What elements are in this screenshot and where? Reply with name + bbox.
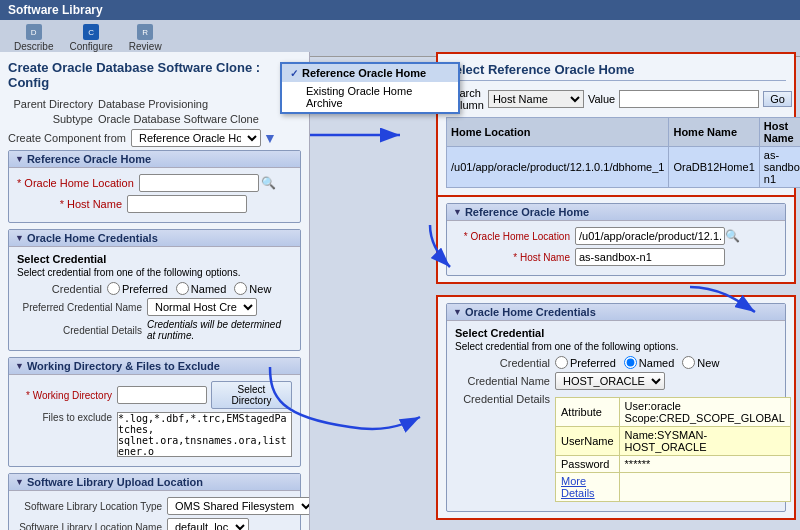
- left-panel: Create Oracle Database Software Clone : …: [0, 52, 310, 530]
- ref-home-table: Home Location Home Name Host Name /u01/a…: [446, 117, 800, 188]
- oracle-home-location-input[interactable]: [139, 174, 259, 192]
- new-radio[interactable]: [234, 282, 247, 295]
- software-library-section: ▼ Software Library Upload Location Softw…: [8, 473, 301, 530]
- named-radio-label[interactable]: Named: [176, 282, 226, 295]
- pref-cred-name-select[interactable]: Normal Host Credentials: [147, 298, 257, 316]
- create-component-dropdown-arrow[interactable]: ▼: [263, 130, 277, 146]
- credentials-section-header[interactable]: ▼ Oracle Home Credentials: [9, 230, 300, 247]
- creds-details-row: Credential Details Attribute User:oracle…: [455, 393, 777, 502]
- preferred-radio[interactable]: [107, 282, 120, 295]
- creds-overlay-header[interactable]: ▼ Oracle Home Credentials: [447, 304, 785, 321]
- ref-detail-arrow: ▼: [453, 207, 462, 217]
- location-name-row: Software Library Location Name default_l…: [17, 518, 292, 530]
- creds-name-row: Credential Name HOST_ORACLE: [455, 372, 777, 390]
- detail-oracle-home-input[interactable]: [575, 227, 725, 245]
- ref-section-header[interactable]: ▼ Reference Oracle Home: [9, 151, 300, 168]
- credentials-section-body: Select Credential Select credential from…: [9, 247, 300, 350]
- working-dir-label: * Working Directory: [17, 390, 117, 401]
- location-type-select[interactable]: OMS Shared Filesystem: [167, 497, 310, 515]
- tab-review[interactable]: R Review: [123, 22, 168, 54]
- table-row[interactable]: /u01/app/oracle/product/12.1.0.1/dbhome_…: [447, 147, 801, 188]
- credential-type-label: Credential: [17, 283, 107, 295]
- creds-overlay-select-label: Select Credential: [455, 327, 777, 339]
- detail-host-name-input[interactable]: [575, 248, 725, 266]
- preferred-radio-label[interactable]: Preferred: [107, 282, 168, 295]
- working-dir-input[interactable]: [117, 386, 207, 404]
- cell-username-label: UserName: [556, 427, 620, 456]
- creds-named-radio[interactable]: [624, 356, 637, 369]
- overlay-ref-detail: ▼ Reference Oracle Home * Oracle Home Lo…: [436, 195, 796, 284]
- table-row: Password ******: [556, 456, 791, 473]
- dropdown-item-archive[interactable]: Existing Oracle Home Archive: [282, 82, 458, 112]
- ref-section-body: * Oracle Home Location 🔍 * Host Name: [9, 168, 300, 222]
- select-credential-label: Select Credential: [17, 253, 292, 265]
- creds-name-select[interactable]: HOST_ORACLE: [555, 372, 665, 390]
- app-header: Software Library: [0, 0, 800, 20]
- creds-overlay-cred-label: Credential: [455, 357, 555, 369]
- oracle-home-location-label: * Oracle Home Location: [17, 177, 139, 189]
- files-label: Files to exclude: [17, 412, 117, 423]
- select-directory-btn[interactable]: Select Directory: [211, 381, 292, 409]
- software-library-section-body: Software Library Location Type OMS Share…: [9, 491, 300, 530]
- cell-home-location: /u01/app/oracle/product/12.1.0.1/dbhome_…: [447, 147, 669, 188]
- ref-detail-body: * Oracle Home Location 🔍 * Host Name: [447, 221, 785, 275]
- ref-oracle-home-section: ▼ Reference Oracle Home * Oracle Home Lo…: [8, 150, 301, 223]
- cell-more-details-label[interactable]: More Details: [556, 473, 620, 502]
- cell-username-value: Name:SYSMAN-HOST_ORACLE: [619, 427, 790, 456]
- host-name-row: * Host Name: [17, 195, 292, 213]
- new-radio-label[interactable]: New: [234, 282, 271, 295]
- credential-type-row: Credential Preferred Named New: [17, 282, 292, 295]
- working-dir-section-header[interactable]: ▼ Working Directory & Files to Exclude: [9, 358, 300, 375]
- create-component-select[interactable]: Reference Oracle Home: [131, 129, 261, 147]
- overlay-ref-home: Select Reference Oracle Home Search Colu…: [436, 52, 796, 198]
- creds-preferred-radio-label[interactable]: Preferred: [555, 356, 616, 369]
- dropdown-item-ref[interactable]: ✓ Reference Oracle Home: [282, 64, 458, 82]
- host-name-label: * Host Name: [17, 198, 127, 210]
- pref-cred-name-label: Preferred Credential Name: [17, 302, 147, 313]
- credentials-section-arrow: ▼: [15, 233, 24, 243]
- search-value-input[interactable]: [619, 90, 759, 108]
- oracle-home-location-row: * Oracle Home Location 🔍: [17, 174, 292, 192]
- host-name-input[interactable]: [127, 195, 247, 213]
- cell-home-name: OraDB12Home1: [669, 147, 759, 188]
- cred-details-value: Credentials will be determined at runtim…: [147, 319, 292, 341]
- named-radio[interactable]: [176, 282, 189, 295]
- detail-oracle-home-search[interactable]: 🔍: [725, 229, 740, 243]
- cell-host-name: as-sandbox-n1: [759, 147, 800, 188]
- location-name-select[interactable]: default_loc: [167, 518, 249, 530]
- subtype-value: Oracle Database Software Clone: [98, 113, 259, 125]
- creds-new-radio-label[interactable]: New: [682, 356, 719, 369]
- tab-configure[interactable]: C Configure: [63, 22, 118, 54]
- go-btn[interactable]: Go: [763, 91, 792, 107]
- oracle-home-search-btn[interactable]: 🔍: [261, 176, 276, 190]
- detail-host-name-row: * Host Name: [455, 248, 777, 266]
- cell-attr-label: Attribute: [556, 398, 620, 427]
- create-component-label: Create Component from: [8, 132, 131, 144]
- overlay-credentials: ▼ Oracle Home Credentials Select Credent…: [436, 295, 796, 520]
- working-dir-row: * Working Directory Select Directory: [17, 381, 292, 409]
- cell-attr-value: User:oracle Scope:CRED_SCOPE_GLOBAL: [619, 398, 790, 427]
- main-container: Software Library D Describe C Configure …: [0, 0, 800, 530]
- overlay-ref-title: Select Reference Oracle Home: [446, 62, 786, 81]
- value-label: Value: [588, 93, 615, 105]
- table-row: Attribute User:oracle Scope:CRED_SCOPE_G…: [556, 398, 791, 427]
- col-host-name: Host Name: [759, 118, 800, 147]
- tab-describe[interactable]: D Describe: [8, 22, 59, 54]
- review-icon: R: [137, 24, 153, 40]
- software-library-section-header[interactable]: ▼ Software Library Upload Location: [9, 474, 300, 491]
- creds-preferred-radio[interactable]: [555, 356, 568, 369]
- files-exclude-textarea[interactable]: *.log,*.dbf,*.trc,EMStagedPatches, sqlne…: [117, 412, 292, 457]
- creds-new-radio[interactable]: [682, 356, 695, 369]
- creds-overlay-radio-row: Credential Preferred Named New: [455, 356, 777, 369]
- credential-radio-group: Preferred Named New: [107, 282, 271, 295]
- creds-named-radio-label[interactable]: Named: [624, 356, 674, 369]
- cell-password-value: ******: [619, 456, 790, 473]
- describe-icon: D: [26, 24, 42, 40]
- parent-directory-row: Parent Directory Database Provisioning: [8, 98, 301, 110]
- oracle-home-input-group: 🔍: [139, 174, 276, 192]
- ref-section-arrow: ▼: [15, 154, 24, 164]
- ref-detail-header[interactable]: ▼ Reference Oracle Home: [447, 204, 785, 221]
- files-exclude-row: Files to exclude *.log,*.dbf,*.trc,EMSta…: [17, 412, 292, 457]
- search-column-select[interactable]: Host Name Home Location: [488, 90, 584, 108]
- detail-host-name-label: * Host Name: [455, 252, 575, 263]
